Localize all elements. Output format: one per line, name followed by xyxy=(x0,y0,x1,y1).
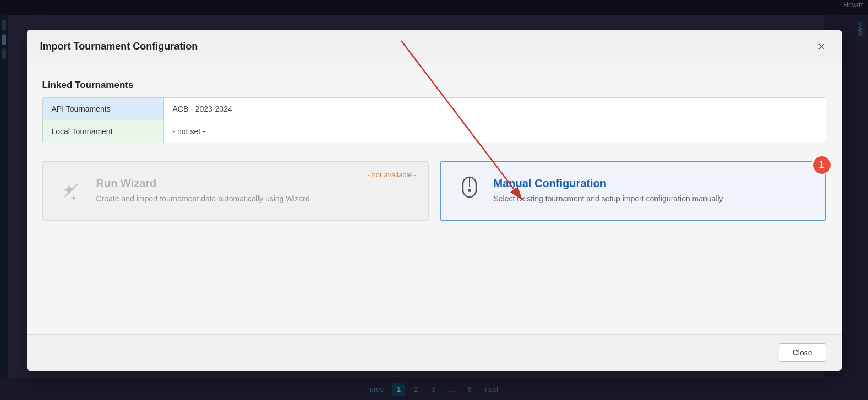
svg-point-7 xyxy=(468,189,471,192)
run-wizard-card: ✦ ✦ Run Wizard Create and import tournam… xyxy=(42,161,429,221)
manual-config-description: Select existing tournament and setup imp… xyxy=(494,193,723,205)
api-tournaments-row: API Tournaments ACB - 2023-2024 xyxy=(43,98,826,120)
local-tournament-value: - not set - xyxy=(164,120,826,143)
api-tournaments-value: ACB - 2023-2024 xyxy=(164,98,826,120)
wizard-title: Run Wizard xyxy=(96,177,310,190)
linked-tournaments-title: Linked Tournaments xyxy=(42,80,826,91)
manual-config-title: Manual Configuration xyxy=(494,177,723,190)
modal-footer: Close xyxy=(27,334,842,371)
wizard-content: Run Wizard Create and import tournament … xyxy=(96,177,310,205)
modal-overlay: Import Tournament Configuration × Linked… xyxy=(0,0,868,400)
modal-title: Import Tournament Configuration xyxy=(40,41,198,52)
local-tournament-row: Local Tournament - not set - xyxy=(43,120,826,143)
close-button[interactable]: Close xyxy=(779,343,826,362)
local-tournament-label: Local Tournament xyxy=(43,120,164,143)
manual-config-content: Manual Configuration Select existing tou… xyxy=(494,177,723,205)
modal-close-button[interactable]: × xyxy=(815,40,828,54)
api-tournaments-label: API Tournaments xyxy=(43,98,164,120)
wizard-icon: ✦ ✦ xyxy=(59,177,85,205)
mouse-icon xyxy=(456,175,483,207)
modal-body: Linked Tournaments API Tournaments ACB -… xyxy=(27,63,842,334)
modal-dialog: Import Tournament Configuration × Linked… xyxy=(27,30,842,371)
wizard-description: Create and import tournament data automa… xyxy=(96,193,310,205)
svg-text:✦: ✦ xyxy=(70,194,77,201)
linked-tournaments-table: API Tournaments ACB - 2023-2024 Local To… xyxy=(42,97,826,143)
linked-tournaments-section: Linked Tournaments API Tournaments ACB -… xyxy=(42,80,826,143)
modal-header: Import Tournament Configuration × xyxy=(27,30,842,63)
options-row: ✦ ✦ Run Wizard Create and import tournam… xyxy=(42,161,826,221)
not-available-badge: - not available - xyxy=(368,171,417,179)
manual-config-badge: 1 xyxy=(812,155,832,175)
manual-config-card[interactable]: Manual Configuration Select existing tou… xyxy=(440,161,826,221)
